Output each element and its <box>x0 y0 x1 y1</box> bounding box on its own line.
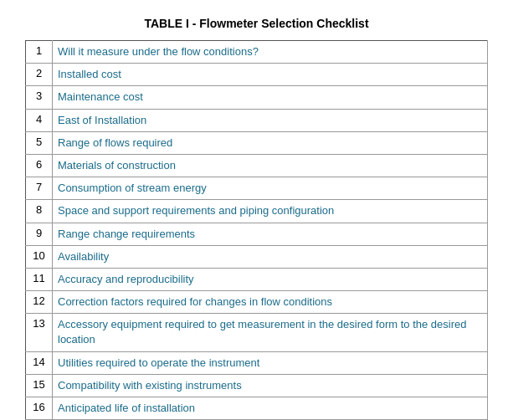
table-row: 1Will it measure under the flow conditio… <box>26 41 488 64</box>
row-number: 7 <box>26 177 53 200</box>
row-text: Accuracy and reproducibility <box>53 268 488 290</box>
table-row: 3Maintenance cost <box>26 86 488 109</box>
row-text: Installed cost <box>53 64 488 86</box>
row-text: Accessory equipment required to get meas… <box>53 314 488 351</box>
row-number: 5 <box>26 131 53 154</box>
table-row: 13Accessory equipment required to get me… <box>26 314 488 351</box>
row-number: 15 <box>26 374 53 397</box>
table-row: 6Materials of construction <box>26 154 488 177</box>
row-text: Consumption of stream energy <box>53 177 488 200</box>
table-row: 5Range of flows required <box>26 131 488 154</box>
row-text: Materials of construction <box>53 154 488 177</box>
checklist-table: 1Will it measure under the flow conditio… <box>25 40 488 420</box>
table-row: 14Utilities required to operate the inst… <box>26 351 488 374</box>
row-text: Maintenance cost <box>53 86 488 109</box>
row-number: 10 <box>26 245 53 268</box>
row-number: 11 <box>26 268 53 290</box>
row-number: 3 <box>26 86 53 109</box>
row-text: Will it measure under the flow condition… <box>53 41 488 64</box>
table-row: 2Installed cost <box>26 64 488 86</box>
row-text: Correction factors required for changes … <box>53 291 488 314</box>
table-row: 7Consumption of stream energy <box>26 177 488 200</box>
row-text: Utilities required to operate the instru… <box>53 351 488 374</box>
table-row: 11Accuracy and reproducibility <box>26 268 488 290</box>
row-text: Range change requirements <box>53 223 488 245</box>
row-number: 8 <box>26 200 53 223</box>
table-row: 15Compatibility with existing instrument… <box>26 374 488 397</box>
table-row: 16Anticipated life of installation <box>26 397 488 420</box>
row-number: 4 <box>26 109 53 131</box>
table-row: 9Range change requirements <box>26 223 488 245</box>
row-number: 12 <box>26 291 53 314</box>
page-title: TABLE I - Flowmeter Selection Checklist <box>25 17 488 30</box>
row-number: 2 <box>26 64 53 86</box>
row-number: 9 <box>26 223 53 245</box>
row-text: Range of flows required <box>53 131 488 154</box>
row-text: Space and support requirements and pipin… <box>53 200 488 223</box>
row-number: 16 <box>26 397 53 420</box>
table-row: 10Availability <box>26 245 488 268</box>
row-number: 1 <box>26 41 53 64</box>
row-text: Compatibility with existing instruments <box>53 374 488 397</box>
row-text: East of Installation <box>53 109 488 131</box>
row-text: Anticipated life of installation <box>53 397 488 420</box>
row-text: Availability <box>53 245 488 268</box>
row-number: 13 <box>26 314 53 351</box>
row-number: 6 <box>26 154 53 177</box>
table-row: 12Correction factors required for change… <box>26 291 488 314</box>
row-number: 14 <box>26 351 53 374</box>
table-row: 8Space and support requirements and pipi… <box>26 200 488 223</box>
table-row: 4East of Installation <box>26 109 488 131</box>
